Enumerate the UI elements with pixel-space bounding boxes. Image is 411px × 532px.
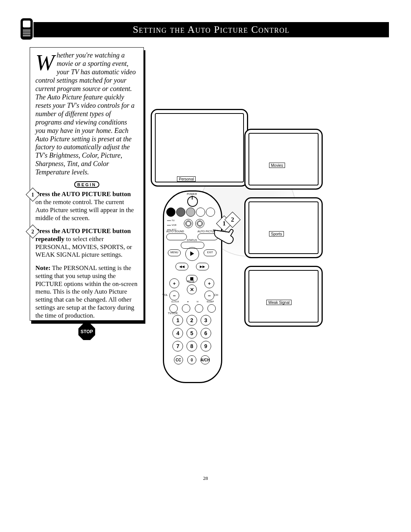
instruction-box: Whether you're watching a movie or a spo… xyxy=(30,47,144,321)
vol-down-button[interactable]: − xyxy=(169,291,179,300)
tv-movies: Movies xyxy=(244,129,323,190)
exit-button[interactable]: EXIT xyxy=(204,249,217,256)
row4-buttons xyxy=(167,304,218,313)
forward-button[interactable]: ▶▶ xyxy=(196,263,209,270)
tvvcr-label: TV/VCR xyxy=(168,312,178,315)
vol-label: VOL xyxy=(162,294,168,296)
power-label: POWER xyxy=(187,193,197,195)
mute-button[interactable]: ✕ xyxy=(187,284,197,294)
step-callout: 1 2 xyxy=(218,214,242,229)
rec-button[interactable] xyxy=(182,304,190,313)
key-7[interactable]: 7 xyxy=(172,341,183,351)
power-button[interactable] xyxy=(187,196,198,207)
menu-button[interactable]: MENU xyxy=(168,249,181,256)
step-1-bold: Press the AUTO PICTURE button xyxy=(35,190,131,198)
tv-weak-label: Weak Signal xyxy=(266,300,292,305)
tv-weak: Weak Signal xyxy=(244,266,323,327)
round-button-a[interactable] xyxy=(184,219,193,228)
begin-row: BEGIN xyxy=(35,181,138,188)
key-8[interactable]: 8 xyxy=(186,341,197,351)
key-9[interactable]: 9 xyxy=(201,341,211,351)
vol-up-button[interactable]: + xyxy=(169,278,179,288)
cc-button[interactable]: CC xyxy=(174,355,183,364)
intro-text: Whether you're watching a movie or a spo… xyxy=(35,51,138,177)
color-button-5[interactable] xyxy=(206,208,215,217)
key-1[interactable]: 1 xyxy=(172,315,183,326)
rewind-button[interactable]: ◀◀ xyxy=(175,263,188,270)
step-1-rest: on the remote control. The current Auto … xyxy=(35,198,134,221)
page-number: 28 xyxy=(22,475,389,481)
row4-labels: CLOCK ● H SLEEP xyxy=(167,300,218,303)
ach-button[interactable]: A/CH xyxy=(201,355,210,364)
bottom-row: CC 0 A/CH xyxy=(172,355,212,364)
manual-page: Setting the Auto Picture Control Whether… xyxy=(22,19,389,499)
color-button-3[interactable] xyxy=(186,208,195,217)
h-button[interactable] xyxy=(195,304,203,313)
key-6[interactable]: 6 xyxy=(201,328,211,339)
round-button-b[interactable] xyxy=(195,219,204,228)
tv-sports-label: Sports xyxy=(269,231,284,236)
play-ring[interactable] xyxy=(185,247,199,261)
key-5[interactable]: 5 xyxy=(186,328,197,339)
remote-icon xyxy=(21,18,33,40)
tv-main: Personal xyxy=(151,109,248,187)
sleep-button[interactable] xyxy=(207,304,216,313)
ch-down-button[interactable]: − xyxy=(204,291,214,300)
intro-dropcap: W xyxy=(35,51,57,71)
stop-sign: STOP xyxy=(78,323,95,340)
step-2: 2 Press the AUTO PICTURE button repeated… xyxy=(35,227,138,259)
color-button-1[interactable] xyxy=(166,208,175,217)
key-3[interactable]: 3 xyxy=(201,315,211,326)
begin-badge: BEGIN xyxy=(74,181,99,188)
clock-button[interactable] xyxy=(169,304,178,313)
color-button-2[interactable] xyxy=(176,208,185,217)
note-head: Note: xyxy=(35,264,51,272)
step-1-marker: 1 xyxy=(28,190,38,200)
ch-up-button[interactable]: + xyxy=(204,278,214,288)
stop-row: STOP xyxy=(35,323,138,340)
status-label: STATUS xyxy=(187,239,197,241)
auto-sound-button[interactable] xyxy=(166,233,187,240)
key-4[interactable]: 4 xyxy=(172,328,183,339)
mute-label: MUTE xyxy=(187,280,194,283)
color-button-4[interactable] xyxy=(196,208,205,217)
remote-control: POWER TV VCR ACC AUTO SOUND AUTO PICTURE… xyxy=(163,190,222,383)
key-0[interactable]: 0 xyxy=(187,355,196,364)
tv-sports: Sports xyxy=(244,197,323,258)
step-1: 1 Press the AUTO PICTURE button on the r… xyxy=(35,190,138,222)
ch-label: CH xyxy=(214,294,218,296)
autosound-label: AUTO SOUND xyxy=(166,230,184,233)
page-title: Setting the Auto Picture Control xyxy=(33,22,389,37)
note-paragraph: Note: The PERSONAL setting is the settin… xyxy=(35,264,138,320)
note-body: The PERSONAL setting is the setting that… xyxy=(35,264,137,319)
step-2-marker: 2 xyxy=(28,227,38,236)
key-2[interactable]: 2 xyxy=(186,315,197,326)
number-keypad: 1 2 3 4 5 6 7 8 9 xyxy=(171,315,213,351)
tv-movies-label: Movies xyxy=(269,163,285,168)
tv-main-label: Personal xyxy=(177,176,196,182)
